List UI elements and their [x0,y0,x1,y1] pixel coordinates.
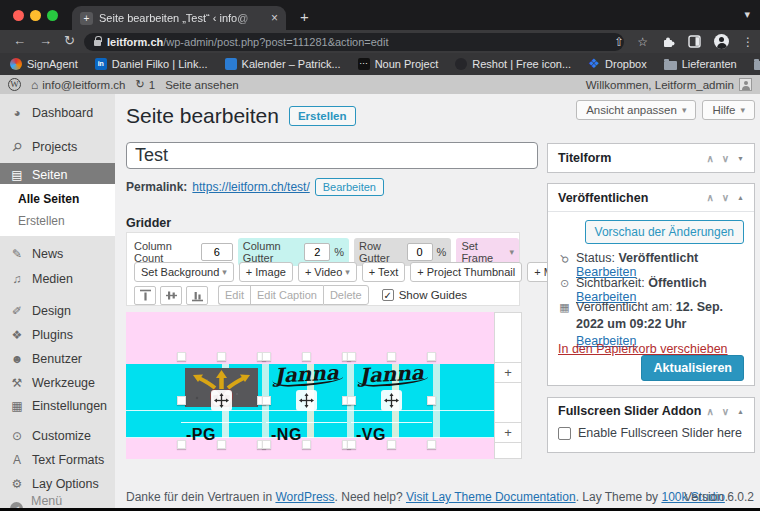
add-image-button[interactable]: + Image [239,262,293,282]
canvas-cell-script-text[interactable]: Janna -VG [351,356,432,445]
add-video-dropdown[interactable]: + Video [298,262,357,282]
sidebar-item-dashboard[interactable]: ◕Dashboard [0,101,115,125]
column-gutter-input[interactable] [304,243,330,261]
move-handle-icon[interactable] [296,390,317,411]
bookmark-folder-behoerden[interactable]: Behörden [754,58,760,70]
sidebar-item-customize[interactable]: ⊙Customize [0,424,115,448]
new-tab-button[interactable] [300,8,309,25]
panel-toggle-icon[interactable] [737,155,744,162]
move-panel-up-icon[interactable] [706,406,713,417]
zoom-window-button[interactable] [47,10,58,21]
lay-docs-link[interactable]: Visit Lay Theme Documentation [406,490,576,504]
sidebar-subitem-erstellen[interactable]: Erstellen [0,210,115,232]
sidebar-subitem-alle-seiten[interactable]: Alle Seiten [0,188,115,210]
bookmark-star-icon[interactable] [637,35,648,49]
sidebar-item-news[interactable]: ✎News [0,242,115,266]
share-icon[interactable] [614,35,624,49]
update-button[interactable]: Aktualisieren [641,355,744,381]
wordpress-link[interactable]: WordPress [275,490,334,504]
site-name-menu[interactable]: info@leitform.ch [31,78,126,92]
resize-handle[interactable] [177,352,186,361]
bookmark-reshot[interactable]: Reshot | Free icon... [455,58,571,70]
permalink-edit-button[interactable]: Bearbeiten [315,178,384,196]
resize-handle[interactable] [302,440,311,449]
set-background-dropdown[interactable]: Set Background [134,262,234,282]
move-handle-icon[interactable] [381,390,402,411]
resize-handle[interactable] [217,440,226,449]
resize-handle[interactable] [427,352,436,361]
sidebar-item-medien[interactable]: ♫Medien [0,267,115,291]
move-panel-down-icon[interactable] [722,406,729,417]
sidebar-item-projects[interactable]: ⚲Projects [0,135,115,159]
resize-handle[interactable] [177,396,186,405]
move-panel-up-icon[interactable] [706,192,713,203]
resize-handle[interactable] [262,396,271,405]
sidebar-item-lay-options[interactable]: ⚙Lay Options [0,472,115,496]
move-panel-down-icon[interactable] [722,192,729,203]
edit-caption-button[interactable]: Edit Caption [250,285,323,305]
resize-handle[interactable] [347,396,356,405]
close-window-button[interactable] [13,10,24,21]
bookmark-kalender[interactable]: Kalender – Patrick... [225,58,341,70]
sidebar-item-design[interactable]: ✐Design [0,299,115,323]
resize-handle[interactable] [427,396,436,405]
sidebar-item-plugins[interactable]: ❖Plugins [0,323,115,347]
cell-text-label[interactable]: -VG [356,426,386,444]
delete-button[interactable]: Delete [323,285,369,305]
add-row-button[interactable]: + [494,422,522,443]
bookmark-linkedin[interactable]: inDaniel Filko | Link... [95,58,208,70]
bookmark-signagent[interactable]: SignAgent [10,58,78,70]
sidebar-item-text-formats[interactable]: AText Formats [0,448,115,472]
add-row-button[interactable]: + [494,362,522,383]
resize-handle[interactable] [262,440,271,449]
resize-handle[interactable] [217,352,226,361]
sidebar-item-werkzeuge[interactable]: ⚒Werkzeuge [0,371,115,395]
reload-icon[interactable] [64,33,75,48]
forward-icon[interactable] [39,33,52,48]
browser-tab[interactable]: Seite bearbeiten „Test“ ‹ info@ × [72,6,286,30]
add-project-thumbnail-button[interactable]: + Project Thumbnail [410,262,522,282]
sidebar-item-einstellungen[interactable]: ▦Einstellungen [0,394,115,418]
canvas-cell-script-text[interactable]: Janna -NG [266,356,347,445]
resize-handle[interactable] [387,352,396,361]
panel-toggle-icon[interactable] [737,408,744,415]
profile-avatar[interactable] [714,34,729,49]
move-to-trash-link[interactable]: In den Papierkorb verschieben [558,342,728,356]
bookmark-folder-lieferanten[interactable]: Lieferanten [664,58,737,70]
resize-handle[interactable] [262,352,271,361]
resize-handle[interactable] [347,352,356,361]
edit-button[interactable]: Edit [218,285,250,305]
gridder-canvas[interactable]: -PG Janna -NG Janna -VG [126,312,494,459]
address-bar[interactable]: leitform.ch/wp-admin/post.php?post=11128… [84,33,624,51]
cell-text-label[interactable]: -PG [186,426,216,444]
wordpress-logo[interactable] [8,78,21,91]
bookmark-noun-project[interactable]: ⋯Noun Project [358,58,439,70]
side-panel-icon[interactable] [688,35,701,48]
align-middle-button[interactable] [160,286,182,305]
resize-handle[interactable] [177,440,186,449]
permalink-url[interactable]: https://leitform.ch/test/ [192,180,309,194]
sidebar-item-benutzer[interactable]: ☻Benutzer [0,347,115,371]
back-icon[interactable] [13,33,26,48]
align-bottom-button[interactable] [186,286,208,305]
move-handle-icon[interactable] [211,390,232,411]
resize-handle[interactable] [427,440,436,449]
tab-search-chevron-icon[interactable] [744,8,750,21]
bookmark-dropbox[interactable]: ❖Dropbox [588,58,647,70]
resize-handle[interactable] [347,440,356,449]
panel-toggle-icon[interactable] [737,194,744,201]
preview-changes-button[interactable]: Vorschau der Änderungen [585,220,744,244]
resize-handle[interactable] [302,352,311,361]
screen-options-button[interactable]: Ansicht anpassen [576,100,696,120]
account-menu[interactable]: Willkommen, Leitform_admin [586,78,752,91]
cell-text-label[interactable]: -NG [271,426,302,444]
page-title-input[interactable] [126,142,538,169]
extensions-icon[interactable] [661,35,675,49]
resize-handle[interactable] [387,440,396,449]
add-text-button[interactable]: + Text [362,262,405,282]
row-gutter-input[interactable] [407,243,433,261]
updates-menu[interactable]: 1 [136,78,156,91]
enable-fullscreen-slider-checkbox[interactable] [558,427,571,440]
help-button[interactable]: Hilfe [702,100,755,120]
align-top-button[interactable] [134,286,156,305]
